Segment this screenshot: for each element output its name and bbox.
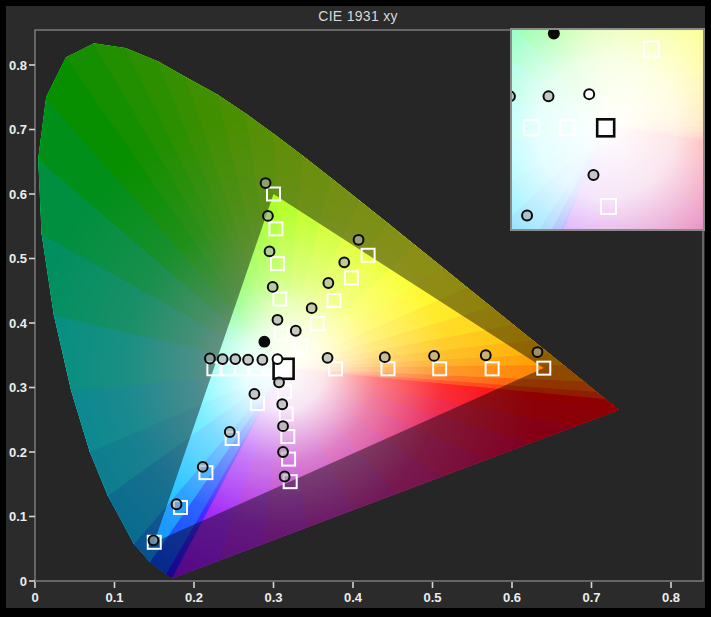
measured-circle-red [533, 347, 543, 357]
target-square-blue [320, 603, 335, 617]
x-tick-label: 0.4 [344, 590, 363, 605]
measured-circle-green [263, 211, 273, 221]
y-tick-label: 0.2 [9, 445, 27, 460]
measured-circle-red [323, 353, 333, 363]
current-sample-dot [259, 337, 269, 347]
white-point-measured-circle [584, 89, 594, 99]
measured-circle-yellow [291, 326, 301, 336]
measured-circle-cyan [218, 354, 228, 364]
measured-circle-yellow [339, 257, 349, 267]
x-tick-label: 0.3 [264, 590, 282, 605]
measured-circle-cyan [543, 91, 553, 101]
x-tick-label: 0.1 [105, 590, 123, 605]
x-tick-label: 0.8 [662, 590, 680, 605]
measured-circle-magenta [280, 472, 290, 482]
y-tick-label: 0 [20, 574, 27, 589]
measured-circle-red [380, 352, 390, 362]
measured-circle-magenta [277, 399, 287, 409]
measured-circle-yellow [354, 235, 364, 245]
measured-circle-green [261, 178, 271, 188]
x-tick-label: 0.5 [423, 590, 441, 605]
measured-circle-blue [149, 535, 159, 545]
measured-circle-red [481, 350, 491, 360]
x-tick-label: 0.7 [582, 590, 600, 605]
y-tick-label: 0.8 [9, 58, 27, 73]
target-square-green [592, 0, 607, 14]
y-tick-label: 0.7 [9, 122, 27, 137]
measured-circle-blue [250, 389, 260, 399]
white-point-measured-circle [273, 354, 283, 364]
x-tick-label: 0.2 [185, 590, 203, 605]
measured-circle-cyan [205, 354, 215, 364]
y-tick-label: 0.1 [9, 509, 27, 524]
measured-circle-blue [312, 594, 322, 604]
x-tick-label: 0.6 [503, 590, 521, 605]
measured-circle-green [265, 247, 275, 257]
measured-circle-magenta [588, 170, 598, 180]
measured-circle-blue [522, 210, 532, 220]
x-tick-label: 0 [31, 590, 38, 605]
y-tick-label: 0.3 [9, 380, 27, 395]
measured-circle-magenta [278, 447, 288, 457]
measured-circle-green [273, 315, 283, 325]
y-tick-label: 0.4 [9, 316, 28, 331]
measured-circle-blue [198, 462, 208, 472]
measured-circle-magenta [278, 421, 288, 431]
y-tick-label: 0.5 [9, 251, 27, 266]
measured-circle-cyan [257, 355, 267, 365]
measured-circle-cyan [243, 355, 253, 365]
measured-circle-blue [172, 499, 182, 509]
measured-circle-red [429, 351, 439, 361]
measured-circle-cyan [230, 354, 240, 364]
y-tick-label: 0.6 [9, 187, 27, 202]
measured-circle-yellow [307, 303, 317, 313]
cie-1931-chromaticity-chart: 00.10.20.30.40.50.60.70.800.10.20.30.40.… [0, 0, 711, 617]
measured-circle-blue [225, 427, 235, 437]
measured-circle-yellow [323, 278, 333, 288]
measured-circle-green [268, 282, 278, 292]
measured-circle-magenta [274, 377, 284, 387]
